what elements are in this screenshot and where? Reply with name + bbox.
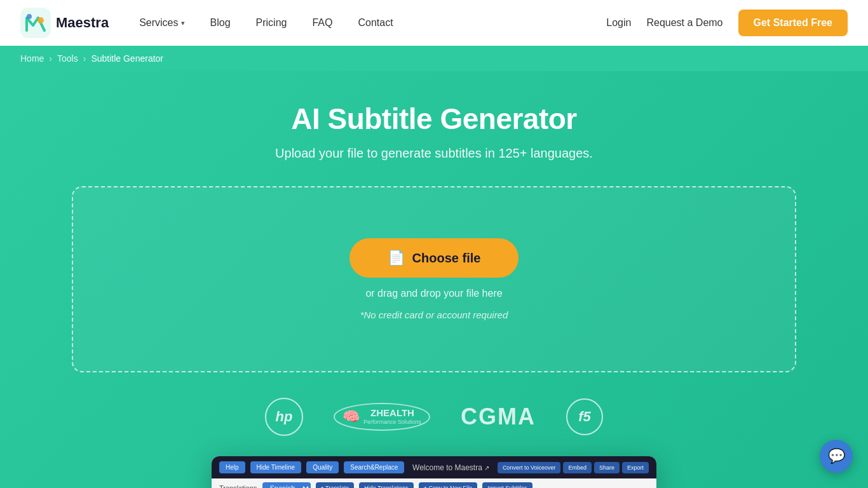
header-left: Maestra Services ▾ Blog Pricing FAQ Cont… — [20, 8, 403, 38]
nav-item-services[interactable]: Services ▾ — [129, 12, 194, 34]
nav-item-faq[interactable]: FAQ — [302, 12, 342, 34]
breadcrumb-current: Subtitle Generator — [91, 53, 163, 64]
convert-voiceover-button[interactable]: Convert to Voiceover — [498, 462, 561, 473]
nav-item-blog[interactable]: Blog — [200, 12, 241, 34]
nav-item-pricing[interactable]: Pricing — [246, 12, 297, 34]
quality-button[interactable]: Quality — [306, 461, 339, 473]
translate-button[interactable]: + Translate — [316, 482, 355, 488]
header: Maestra Services ▾ Blog Pricing FAQ Cont… — [0, 0, 868, 46]
language-select[interactable]: Spanish — [262, 482, 311, 488]
svg-point-2 — [37, 17, 44, 24]
app-preview: Help Hide Timeline Quality Search&Replac… — [212, 456, 656, 488]
breadcrumb-home[interactable]: Home — [20, 53, 44, 64]
no-credit-text: *No credit card or account required — [360, 309, 508, 320]
breadcrumb: Home › Tools › Subtitle Generator — [0, 46, 868, 71]
drag-drop-text: or drag and drop your file here — [365, 288, 502, 299]
breadcrumb-tools[interactable]: Tools — [57, 53, 78, 64]
logo-text: Maestra — [56, 15, 109, 31]
svg-point-3 — [27, 14, 32, 19]
toolbar-title: Welcome to Maestra ↗ — [409, 463, 492, 472]
embed-button[interactable]: Embed — [563, 462, 592, 473]
hp-logo: hp — [265, 398, 303, 436]
search-replace-button[interactable]: Search&Replace — [344, 461, 404, 473]
f5-logo: f5 — [566, 398, 603, 435]
hide-timeline-button[interactable]: Hide Timeline — [250, 461, 302, 473]
chat-icon: 💬 — [828, 448, 845, 464]
toolbar-right-buttons: Convert to Voiceover Embed Share Export — [498, 462, 649, 473]
main-nav: Services ▾ Blog Pricing FAQ Contact — [129, 12, 403, 34]
chat-button[interactable]: 💬 — [820, 440, 853, 473]
request-demo-link[interactable]: Request a Demo — [646, 17, 722, 29]
header-right: Login Request a Demo Get Started Free — [606, 10, 848, 36]
main-content: AI Subtitle Generator Upload your file t… — [0, 71, 868, 488]
import-subtitles-button[interactable]: Import Subtitles — [482, 482, 532, 488]
logo[interactable]: Maestra — [20, 8, 109, 38]
zhealth-logo: 🧠 ZHEALTH Performance Solutions — [334, 403, 430, 430]
page-subtitle: Upload your file to generate subtitles i… — [20, 146, 848, 161]
hide-translations-button[interactable]: Hide Translations — [359, 482, 414, 488]
nav-item-contact[interactable]: Contact — [348, 12, 403, 34]
cgma-logo: CGMA — [461, 403, 536, 430]
logo-icon — [20, 8, 51, 38]
export-button[interactable]: Export — [622, 462, 649, 473]
breadcrumb-sep-1: › — [49, 53, 52, 64]
page-title: AI Subtitle Generator — [20, 102, 848, 136]
file-icon: 📄 — [388, 250, 405, 266]
app-toolbar: Help Hide Timeline Quality Search&Replac… — [212, 456, 656, 478]
get-started-button[interactable]: Get Started Free — [738, 10, 848, 36]
share-button[interactable]: Share — [594, 462, 620, 473]
external-link-icon: ↗ — [484, 464, 489, 471]
choose-file-button[interactable]: 📄 Choose file — [349, 238, 519, 278]
login-link[interactable]: Login — [606, 17, 631, 29]
help-button[interactable]: Help — [219, 461, 245, 473]
upload-area[interactable]: 📄 Choose file or drag and drop your file… — [72, 186, 796, 372]
chevron-down-icon: ▾ — [181, 19, 185, 27]
translations-label: Translations — [219, 484, 257, 488]
partner-logos: hp 🧠 ZHEALTH Performance Solutions CGMA … — [20, 398, 848, 436]
breadcrumb-sep-2: › — [83, 53, 86, 64]
app-sub-toolbar: Translations Spanish + Translate Hide Tr… — [212, 478, 656, 488]
brain-icon: 🧠 — [342, 409, 360, 425]
copy-to-new-file-button[interactable]: + Copy to New File — [419, 482, 477, 488]
